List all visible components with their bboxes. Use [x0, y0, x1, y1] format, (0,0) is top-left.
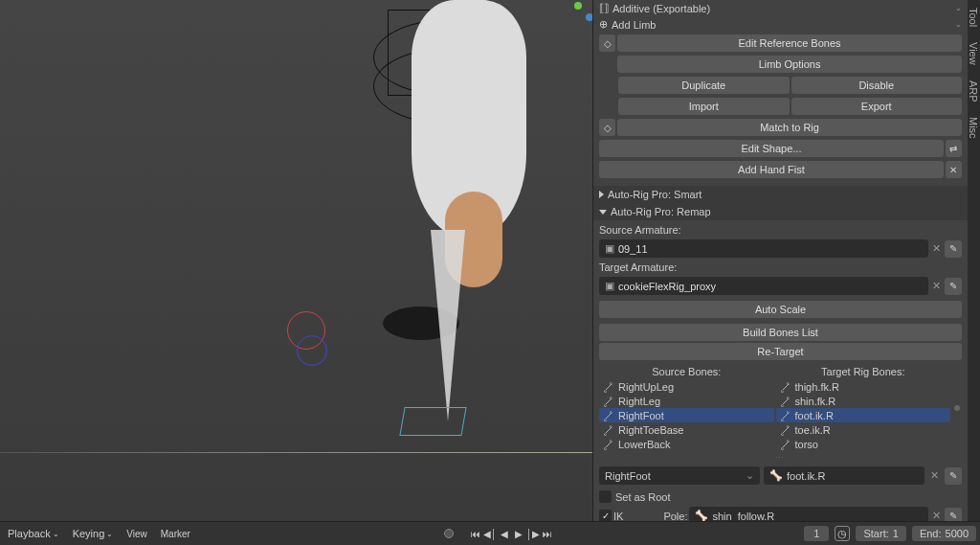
set-root-checkbox[interactable] [599, 490, 612, 503]
keying-menu[interactable]: Keying ⌄ [69, 526, 118, 541]
retarget-button[interactable]: Re-Target [599, 343, 962, 360]
bone-name: thigh.fk.R [795, 381, 839, 393]
clear-icon[interactable]: ✕ [930, 280, 943, 292]
eyedropper-icon[interactable]: ✎ [945, 240, 962, 258]
side-tabs: Tool View ARP Misc [968, 0, 980, 521]
tab-arp[interactable]: ARP [968, 73, 980, 110]
end-value: 5000 [946, 528, 969, 539]
scrollbar[interactable] [952, 364, 962, 451]
chevron-down-icon[interactable]: ⌄ [955, 4, 962, 12]
selected-tgt-bone[interactable]: 🦴 foot.ik.R [764, 466, 924, 485]
duplicate-button[interactable]: Duplicate [618, 77, 790, 94]
remap-label: Auto-Rig Pro: Remap [611, 206, 711, 217]
clock-icon[interactable]: ◷ [835, 526, 850, 541]
edit-ref-bones-button[interactable]: Edit Reference Bones [617, 34, 962, 52]
bone-row[interactable]: foot.ik.R [776, 408, 951, 422]
pole-field[interactable]: 🦴 shin_follow.R [689, 507, 928, 521]
selected-src-bone[interactable]: RightFoot ⌄ [599, 466, 760, 485]
tgt-arm-value: cookieFlexRig_proxy [618, 281, 716, 292]
bone-row[interactable]: RightUpLeg [599, 379, 774, 394]
triangle-right-icon [599, 191, 604, 198]
unknown-toggle[interactable]: ◇ [599, 34, 615, 52]
bone-name: LowerBack [618, 439, 670, 450]
grid-line [0, 452, 592, 453]
smart-panel-header[interactable]: Auto-Rig Pro: Smart [593, 186, 968, 203]
add-hand-fist-button[interactable]: Add Hand Fist [599, 161, 944, 178]
axis-dot-y [574, 2, 582, 10]
match-to-rig-button[interactable]: Match to Rig [617, 119, 962, 136]
eyedropper-icon[interactable]: ✎ [945, 508, 962, 522]
unknown-toggle-2[interactable]: ◇ [599, 119, 615, 136]
source-bones-col: Source Bones: RightUpLegRightLegRightFoo… [599, 364, 774, 451]
tgt-bones-header: Target Rig Bones: [776, 364, 951, 379]
close-icon[interactable]: ✕ [946, 161, 962, 178]
bone-name: shin.fk.R [795, 396, 836, 407]
bone-icon: 🦴 [695, 510, 708, 521]
play-reverse-icon[interactable]: ◀ [498, 527, 511, 540]
eyedropper-icon[interactable]: ✎ [945, 467, 962, 485]
tab-view[interactable]: View [968, 34, 980, 73]
bone-row[interactable]: RightLeg [599, 394, 774, 408]
bone-icon [780, 396, 791, 407]
disable-button[interactable]: Disable [791, 77, 963, 94]
start-label: Start: [863, 528, 888, 539]
set-root-label: Set as Root [615, 491, 670, 503]
current-frame[interactable]: 1 [804, 526, 829, 541]
tab-tool[interactable]: Tool [968, 0, 980, 34]
src-arm-field[interactable]: ▣ 09_11 [599, 239, 928, 258]
bone-name: torso [795, 439, 818, 450]
export-button[interactable]: Export [791, 98, 963, 115]
selected-tgt-value: foot.ik.R [787, 470, 825, 482]
timeline: Playback ⌄ Keying ⌄ View Marker ⏮ ◀│ ◀ ▶… [0, 521, 980, 545]
smart-label: Auto-Rig Pro: Smart [608, 189, 702, 200]
bone-icon [603, 424, 614, 436]
mirror-icon[interactable]: ⇄ [946, 140, 962, 157]
src-arm-label: Source Armature: [599, 224, 681, 236]
limb-options-button[interactable]: Limb Options [617, 56, 962, 73]
clear-icon[interactable]: ✕ [930, 242, 943, 255]
resize-handle[interactable]: ⋯ [593, 453, 968, 463]
tab-misc[interactable]: Misc [968, 109, 980, 147]
bone-row[interactable]: shin.fk.R [776, 394, 951, 408]
jump-end-icon[interactable]: ⏭ [541, 527, 554, 540]
bone-icon [780, 424, 791, 436]
bone-row[interactable]: RightToeBase [599, 422, 774, 437]
auto-scale-button[interactable]: Auto Scale [599, 301, 962, 318]
bone-name: toe.ik.R [795, 424, 831, 436]
record-button[interactable] [444, 529, 454, 538]
bone-row[interactable]: torso [776, 437, 951, 451]
bone-row[interactable]: LowerBack [599, 437, 774, 451]
clear-icon[interactable]: ✕ [928, 469, 941, 482]
bone-icon [780, 381, 791, 393]
bone-icon [603, 410, 614, 421]
next-key-icon[interactable]: │▶ [526, 527, 540, 540]
add-limb-row[interactable]: ⊕ Add Limb ⌄ [593, 16, 968, 33]
playback-menu[interactable]: Playback ⌄ [4, 526, 63, 541]
frame-range[interactable]: Start: 1 [856, 526, 905, 541]
tgt-arm-label: Target Armature: [599, 261, 677, 273]
play-icon[interactable]: ▶ [512, 527, 525, 540]
bone-row[interactable]: thigh.fk.R [776, 379, 951, 394]
bone-row[interactable]: RightFoot [599, 408, 774, 422]
chevron-down-icon: ⌄ [955, 20, 962, 29]
bone-name: foot.ik.R [795, 410, 834, 421]
prev-key-icon[interactable]: ◀│ [483, 527, 497, 540]
mode-label: Additive (Exportable) [612, 3, 710, 14]
bone-icon [603, 396, 614, 407]
frame-range-end[interactable]: End: 5000 [912, 526, 976, 541]
eyedropper-icon[interactable]: ✎ [945, 278, 962, 295]
edit-shape-button[interactable]: Edit Shape... [599, 140, 944, 157]
bone-row[interactable]: toe.ik.R [776, 422, 951, 437]
remap-panel-header[interactable]: Auto-Rig Pro: Remap [593, 203, 968, 220]
jump-start-icon[interactable]: ⏮ [469, 527, 482, 540]
build-bones-button[interactable]: Build Bones List [599, 324, 962, 341]
bone-icon: 🦴 [769, 469, 783, 482]
marker-menu[interactable]: Marker [157, 527, 194, 541]
import-button[interactable]: Import [618, 98, 790, 115]
ik-checkbox[interactable] [599, 510, 612, 521]
tgt-arm-field[interactable]: ▣ cookieFlexRig_proxy [599, 277, 928, 295]
bone-icon [780, 410, 791, 421]
clear-icon[interactable]: ✕ [930, 510, 943, 521]
view-menu[interactable]: View [122, 527, 151, 541]
viewport-3d[interactable] [0, 0, 592, 521]
